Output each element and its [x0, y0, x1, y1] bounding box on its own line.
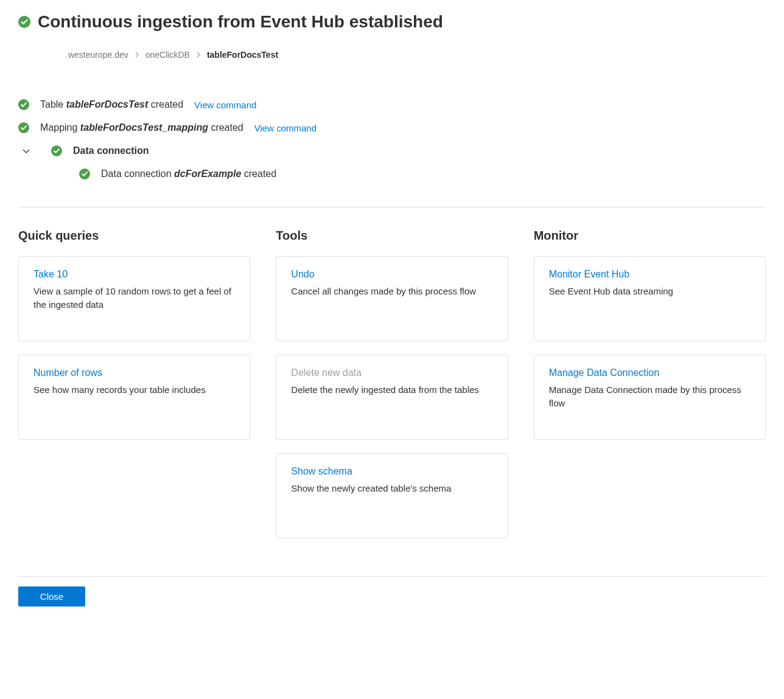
breadcrumb-table: tableForDocsTest [207, 50, 278, 60]
chevron-right-icon [196, 50, 201, 60]
card-title: Undo [291, 269, 492, 280]
card-title: Manage Data Connection [549, 367, 751, 378]
view-command-link[interactable]: View command [194, 100, 256, 110]
card-desc: View a sample of 10 random rows to get a… [33, 285, 235, 311]
card-undo[interactable]: Undo Cancel all changes made by this pro… [276, 256, 508, 341]
card-desc: Show the newly created table's schema [291, 482, 492, 495]
column-title: Quick queries [18, 229, 250, 243]
success-check-icon [18, 99, 29, 110]
card-title: Delete new data [291, 367, 492, 378]
card-desc: See how many records your table includes [33, 383, 235, 397]
success-check-icon [18, 122, 29, 133]
card-title: Take 10 [33, 269, 235, 280]
status-text: Data connection dcForExample created [101, 169, 276, 179]
breadcrumb: .westeurope.dev oneClickDB tableForDocsT… [66, 50, 766, 60]
card-desc: Cancel all changes made by this process … [291, 285, 492, 298]
breadcrumb-database[interactable]: oneClickDB [145, 50, 190, 60]
status-data-connection: Data connection [18, 139, 766, 162]
card-delete-new-data[interactable]: Delete new data Delete the newly ingeste… [276, 355, 508, 440]
card-number-of-rows[interactable]: Number of rows See how many records your… [18, 355, 250, 440]
column-title: Monitor [534, 229, 766, 243]
card-title: Show schema [291, 466, 492, 477]
card-desc: Manage Data Connection made by this proc… [549, 383, 751, 410]
status-text: Table tableForDocsTest created [40, 99, 183, 110]
success-check-icon [51, 145, 62, 156]
status-mapping-created: Mapping tableForDocsTest_mapping created… [18, 116, 766, 139]
card-desc: See Event Hub data streaming [549, 285, 751, 298]
success-check-icon [18, 16, 30, 28]
footer: Close [18, 576, 766, 607]
view-command-link[interactable]: View command [254, 123, 317, 133]
action-columns: Quick queries Take 10 View a sample of 1… [18, 229, 766, 552]
status-table-created: Table tableForDocsTest created View comm… [18, 93, 766, 116]
card-title: Monitor Event Hub [549, 269, 751, 280]
monitor-column: Monitor Monitor Event Hub See Event Hub … [534, 229, 766, 453]
breadcrumb-cluster[interactable]: .westeurope.dev [66, 50, 128, 60]
quick-queries-column: Quick queries Take 10 View a sample of 1… [18, 229, 250, 453]
card-title: Number of rows [33, 367, 235, 378]
tools-column: Tools Undo Cancel all changes made by th… [276, 229, 508, 552]
close-button[interactable]: Close [18, 586, 85, 607]
chevron-right-icon [135, 50, 139, 60]
card-manage-data-connection[interactable]: Manage Data Connection Manage Data Conne… [534, 355, 766, 440]
divider [18, 207, 766, 207]
column-title: Tools [276, 229, 508, 243]
success-check-icon [79, 169, 90, 179]
card-take-10[interactable]: Take 10 View a sample of 10 random rows … [18, 256, 250, 341]
status-data-connection-child: Data connection dcForExample created [18, 162, 766, 189]
card-desc: Delete the newly ingested data from the … [291, 383, 492, 397]
page-title: Continuous ingestion from Event Hub esta… [38, 12, 443, 32]
status-text: Mapping tableForDocsTest_mapping created [40, 122, 243, 133]
status-list: Table tableForDocsTest created View comm… [18, 93, 766, 189]
card-show-schema[interactable]: Show schema Show the newly created table… [276, 453, 508, 538]
card-monitor-event-hub[interactable]: Monitor Event Hub See Event Hub data str… [534, 256, 766, 341]
status-text: Data connection [73, 145, 149, 156]
page-header: Continuous ingestion from Event Hub esta… [18, 12, 766, 32]
chevron-down-icon[interactable] [18, 147, 34, 155]
